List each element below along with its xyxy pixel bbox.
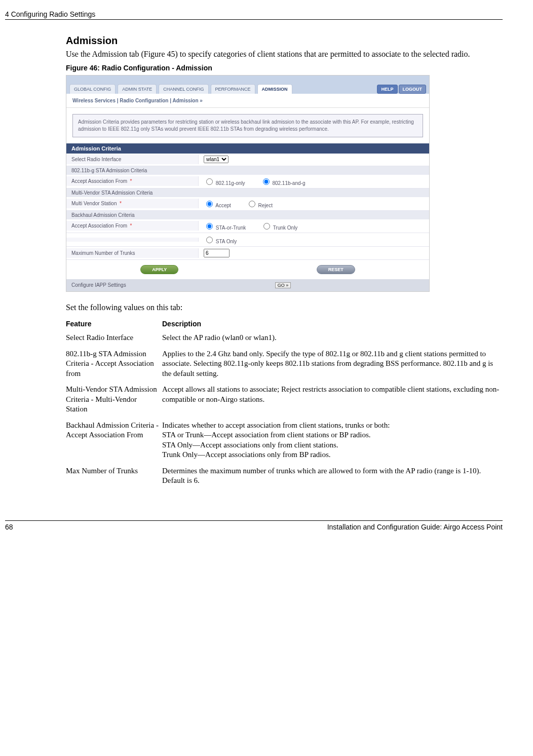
screenshot-panel: GLOBAL CONFIG ADMIN STATE CHANNEL CONFIG… <box>66 75 430 292</box>
section-title: Admission <box>66 35 503 47</box>
logout-button[interactable]: LOGOUT <box>399 85 427 94</box>
footer-title: Installation and Configuration Guide: Ai… <box>327 523 503 531</box>
tab-admission[interactable]: ADMISSION <box>257 84 292 94</box>
label-select-radio: Select Radio Interface <box>66 155 199 164</box>
tab-global-config[interactable]: GLOBAL CONFIG <box>69 84 116 94</box>
description-cell: Determines the maximum number of trunks … <box>162 464 503 490</box>
radio-80211b-and-g[interactable]: 802.11b-and-g <box>260 177 306 186</box>
reset-button[interactable]: RESET <box>317 265 355 274</box>
radio-accept[interactable]: Accept <box>204 199 231 208</box>
select-radio-interface[interactable]: wlan1 <box>204 156 229 163</box>
page-number: 68 <box>5 523 13 531</box>
th-description: Description <box>162 318 503 331</box>
set-values-text: Set the following values on this tab: <box>66 302 503 313</box>
description-cell: Select the AP radio (wlan0 or wlan1). <box>162 331 503 347</box>
input-max-trunks[interactable] <box>204 249 230 257</box>
table-row: Select Radio InterfaceSelect the AP radi… <box>66 331 503 347</box>
tab-admin-state[interactable]: ADMIN STATE <box>118 84 157 94</box>
figure-caption: Figure 46: Radio Configuration - Admissi… <box>66 64 503 72</box>
breadcrumb: Wireless Services | Radio Configuration … <box>66 94 429 108</box>
feature-cell: Backhaul Admission Criteria - Accept Ass… <box>66 419 162 464</box>
table-row: Backhaul Admission Criteria - Accept Ass… <box>66 419 503 464</box>
subheader-multivendor: Multi-Vendor STA Admission Criteria <box>66 188 429 197</box>
go-button[interactable]: GO » <box>275 282 291 288</box>
tab-channel-config[interactable]: CHANNEL CONFIG <box>159 84 208 94</box>
description-cell: Applies to the 2.4 Ghz band only. Specif… <box>162 347 503 383</box>
feature-cell: Select Radio Interface <box>66 331 162 347</box>
radio-trunk-only[interactable]: Trunk Only <box>261 221 297 231</box>
label-accept-association: Accept Association From * <box>66 176 199 186</box>
feature-cell: Max Number of Trunks <box>66 464 162 490</box>
table-row: Multi-Vendor STA Admission Criteria - Mu… <box>66 383 503 419</box>
table-row: Max Number of TrunksDetermines the maxim… <box>66 464 503 490</box>
apply-button[interactable]: APPLY <box>140 265 178 274</box>
radio-80211g-only[interactable]: 802.11g-only <box>204 177 245 186</box>
feature-cell: 802.11b-g STA Admission Criteria - Accep… <box>66 347 162 383</box>
description-table: Feature Description Select Radio Interfa… <box>66 318 503 490</box>
description-cell: Indicates whether to accept association … <box>162 419 503 464</box>
tab-performance[interactable]: PERFORMANCE <box>211 84 255 94</box>
label-max-trunks: Maximum Number of Trunks <box>66 248 199 258</box>
label-iapp: Configure IAPP Settings <box>71 282 126 288</box>
section-intro: Use the Admission tab (Figure 45) to spe… <box>66 49 503 60</box>
feature-cell: Multi-Vendor STA Admission Criteria - Mu… <box>66 383 162 419</box>
info-box: Admission Criteria provides parameters f… <box>72 114 423 137</box>
help-button[interactable]: HELP <box>377 85 397 94</box>
tab-bar: GLOBAL CONFIG ADMIN STATE CHANNEL CONFIG… <box>66 75 429 94</box>
chapter-label: 4 Configuring Radio Settings <box>5 10 95 18</box>
label-multi-vendor: Multi Vendor Station * <box>66 199 199 208</box>
label-backhaul-accept: Accept Association From * <box>66 221 199 231</box>
radio-sta-only[interactable]: STA Only <box>204 235 237 244</box>
description-cell: Accept allows all stations to associate;… <box>162 383 503 419</box>
table-row: 802.11b-g STA Admission Criteria - Accep… <box>66 347 503 383</box>
radio-reject[interactable]: Reject <box>246 199 273 208</box>
th-feature: Feature <box>66 318 162 331</box>
subheader-backhaul: Backhaul Admission Criteria <box>66 211 429 219</box>
criteria-header: Admission Criteria <box>66 143 429 154</box>
subheader-80211bg: 802.11b-g STA Admission Criteria <box>66 166 429 175</box>
radio-sta-or-trunk[interactable]: STA-or-Trunk <box>204 221 246 231</box>
